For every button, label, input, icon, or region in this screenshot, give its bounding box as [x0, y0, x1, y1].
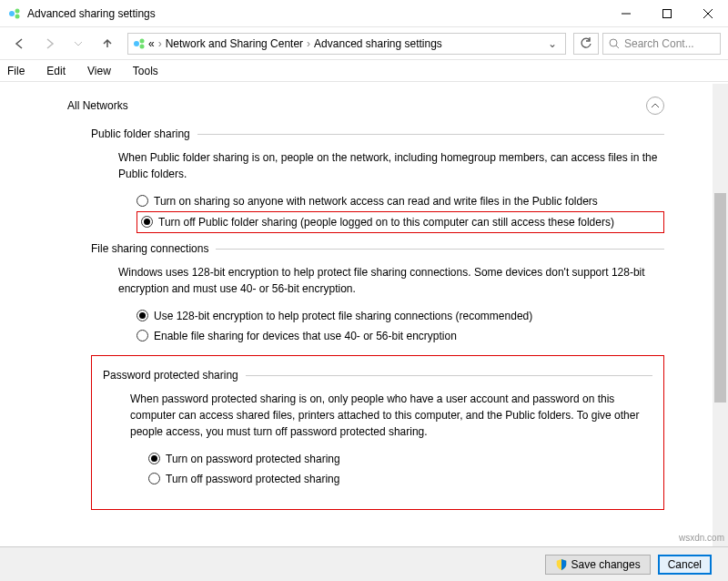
svg-point-7 [134, 41, 139, 46]
recent-dropdown[interactable] [66, 31, 91, 56]
button-label: Cancel [668, 558, 702, 571]
svg-point-8 [140, 38, 145, 43]
watermark: wsxdn.com [679, 533, 724, 543]
radio-icon [136, 330, 148, 341]
menu-view[interactable]: View [84, 63, 115, 79]
breadcrumb-root[interactable]: « [148, 37, 155, 50]
svg-point-1 [15, 8, 20, 13]
radio-fsc-4056[interactable]: Enable file sharing for devices that use… [136, 326, 664, 346]
radio-icon [136, 310, 148, 321]
refresh-button[interactable] [573, 33, 599, 55]
scrollbar-thumb[interactable] [714, 193, 726, 403]
cancel-button[interactable]: Cancel [658, 555, 712, 575]
radio-label: Turn off Public folder sharing (people l… [158, 214, 614, 230]
password-protected-sharing-group: Password protected sharing When password… [103, 369, 652, 489]
button-label: Save changes [571, 558, 641, 571]
network-icon [132, 36, 147, 51]
search-icon [609, 38, 620, 49]
group-description: When password protected sharing is on, o… [130, 391, 652, 440]
address-bar[interactable]: «› Network and Sharing Center› Advanced … [127, 33, 566, 55]
svg-point-0 [9, 11, 15, 16]
radio-icon [148, 453, 160, 464]
menu-edit[interactable]: Edit [43, 63, 69, 79]
svg-point-9 [140, 44, 145, 48]
radio-fsc-128[interactable]: Use 128-bit encryption to help protect f… [136, 306, 664, 326]
save-changes-button[interactable]: Save changes [545, 555, 651, 575]
radio-label: Use 128-bit encryption to help protect f… [154, 308, 532, 324]
maximize-button[interactable] [646, 0, 687, 27]
search-placeholder: Search Cont... [624, 37, 694, 50]
breadcrumb-item[interactable]: Advanced sharing settings [314, 37, 442, 50]
minimize-button[interactable] [605, 0, 646, 27]
group-description: When Public folder sharing is on, people… [118, 149, 664, 182]
back-button[interactable] [7, 31, 33, 56]
group-legend: Public folder sharing [91, 127, 197, 140]
search-input[interactable]: Search Cont... [602, 33, 721, 55]
shield-icon [555, 558, 568, 571]
radio-pps-on[interactable]: Turn on password protected sharing [148, 449, 652, 469]
menu-tools[interactable]: Tools [129, 63, 162, 79]
breadcrumb-item[interactable]: Network and Sharing Center [166, 37, 303, 50]
scrollbar[interactable] [713, 84, 728, 546]
collapse-button[interactable] [646, 97, 664, 115]
group-description: Windows uses 128-bit encryption to help … [118, 264, 664, 297]
profile-name: All Networks [67, 99, 128, 112]
forward-button[interactable] [36, 31, 62, 56]
group-legend: File sharing connections [91, 242, 216, 255]
radio-icon [148, 473, 160, 484]
svg-rect-4 [662, 9, 671, 17]
up-button[interactable] [95, 31, 120, 56]
svg-point-2 [15, 14, 20, 18]
chevron-down-icon[interactable]: ⌄ [543, 37, 561, 50]
radio-pfs-on[interactable]: Turn on sharing so anyone with network a… [136, 191, 664, 211]
radio-label: Enable file sharing for devices that use… [154, 328, 457, 344]
radio-label: Turn off password protected sharing [166, 471, 339, 487]
svg-point-10 [610, 39, 617, 46]
close-button[interactable] [687, 0, 728, 27]
network-icon [7, 6, 22, 21]
radio-icon [136, 195, 148, 207]
radio-pfs-off[interactable]: Turn off Public folder sharing (people l… [136, 211, 664, 233]
public-folder-sharing-group: Public folder sharing When Public folder… [91, 127, 664, 233]
svg-line-11 [616, 46, 619, 48]
menu-file[interactable]: File [4, 63, 28, 79]
window-title: Advanced sharing settings [27, 7, 156, 20]
radio-icon [141, 216, 153, 228]
radio-label: Turn on password protected sharing [166, 451, 340, 467]
radio-pps-off[interactable]: Turn off password protected sharing [148, 469, 652, 489]
file-sharing-connections-group: File sharing connections Windows uses 12… [91, 242, 664, 346]
group-legend: Password protected sharing [103, 369, 246, 382]
radio-label: Turn on sharing so anyone with network a… [154, 193, 598, 209]
